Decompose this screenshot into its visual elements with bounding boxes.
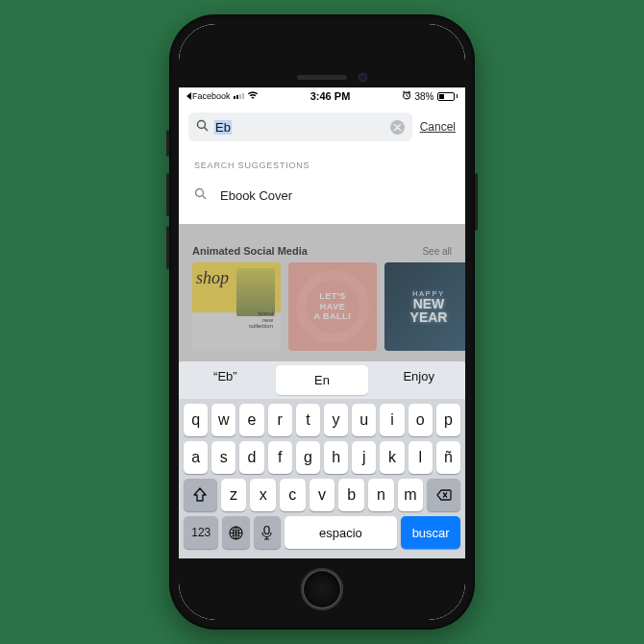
key-enye[interactable]: ñ [436, 441, 460, 474]
key-globe[interactable] [222, 516, 249, 549]
home-button[interactable] [301, 568, 343, 610]
svg-line-2 [205, 128, 209, 132]
svg-point-3 [196, 189, 204, 197]
key-m[interactable]: m [398, 479, 424, 511]
category-title: Animated Social Media [192, 245, 308, 257]
key-search[interactable]: buscar [401, 516, 460, 549]
main-stack: Animated Social Media See all shop brand… [179, 147, 465, 558]
phone-frame: Facebook 3:46 PM 38% [169, 14, 475, 630]
key-l[interactable]: l [409, 441, 433, 474]
search-row: Eb Cancel [179, 105, 465, 147]
ios-keyboard: “Eb” En Enjoy q w e r t y u i o p [179, 361, 465, 558]
mute-switch [166, 130, 169, 157]
card-ring [296, 270, 369, 343]
key-a[interactable]: a [184, 441, 208, 474]
key-g[interactable]: g [296, 441, 320, 474]
key-x[interactable]: x [250, 479, 276, 511]
prediction[interactable]: Enjoy [372, 361, 465, 399]
power-button [475, 173, 478, 231]
key-v[interactable]: v [310, 479, 335, 511]
svg-line-4 [203, 196, 207, 200]
key-j[interactable]: j [352, 441, 376, 474]
see-all-link[interactable]: See all [422, 246, 452, 257]
suggestion-label: Ebook Cover [220, 188, 292, 203]
cell-signal-icon [234, 93, 244, 99]
key-h[interactable]: h [324, 441, 348, 474]
screen: Facebook 3:46 PM 38% [179, 24, 465, 620]
search-icon [194, 187, 207, 203]
battery-pct: 38% [414, 91, 433, 102]
key-mic[interactable] [254, 516, 281, 549]
key-b[interactable]: b [338, 479, 364, 511]
speaker [297, 75, 347, 80]
key-t[interactable]: t [296, 404, 320, 436]
battery-icon [437, 92, 458, 101]
suggestions-heading: SEARCH SUGGESTIONS [194, 161, 450, 170]
key-row: q w e r t y u i o p [184, 404, 460, 436]
key-c[interactable]: c [280, 479, 306, 511]
search-value: Eb [214, 120, 232, 135]
card-line: YEAR [410, 310, 448, 325]
card-line: NEW [413, 296, 445, 311]
front-camera [359, 73, 367, 82]
card-text: shop [196, 268, 229, 288]
key-u[interactable]: u [352, 404, 376, 436]
cancel-button[interactable]: Cancel [420, 120, 456, 134]
key-space[interactable]: espacio [285, 516, 398, 549]
alarm-icon [402, 90, 411, 102]
suggestion-item[interactable]: Ebook Cover [194, 184, 450, 214]
device-bezel-bottom [179, 558, 465, 620]
status-time: 3:46 PM [310, 90, 351, 102]
search-icon [196, 119, 209, 135]
clear-icon[interactable] [390, 120, 405, 135]
key-n[interactable]: n [368, 479, 394, 511]
key-row: a s d f g h j k l ñ [184, 441, 460, 474]
card-text: LET'S HAVE A BALL! [313, 291, 351, 322]
template-card[interactable]: HAPPY NEW YEAR [384, 262, 465, 351]
prediction[interactable]: En [276, 365, 369, 395]
back-triangle-icon [186, 92, 191, 100]
key-y[interactable]: y [324, 404, 348, 436]
back-to-app[interactable]: Facebook [186, 91, 231, 101]
app-content: Facebook 3:46 PM 38% [179, 87, 465, 558]
search-suggestions: SEARCH SUGGESTIONS Ebook Cover [179, 147, 465, 224]
key-p[interactable]: p [436, 404, 460, 436]
key-o[interactable]: o [409, 404, 433, 436]
key-backspace[interactable] [427, 479, 460, 511]
search-input[interactable]: Eb [188, 112, 412, 141]
template-card[interactable]: shop brand new collection [192, 262, 281, 351]
key-row: 123 espacio buscar [184, 516, 460, 549]
key-numbers[interactable]: 123 [184, 516, 218, 549]
device-bezel-top [179, 24, 465, 87]
key-q[interactable]: q [184, 404, 208, 436]
svg-rect-7 [264, 526, 269, 533]
volume-up [166, 173, 169, 216]
key-s[interactable]: s [211, 441, 235, 474]
key-f[interactable]: f [268, 441, 292, 474]
key-i[interactable]: i [380, 404, 404, 436]
key-k[interactable]: k [380, 441, 404, 474]
card-small: HAPPY [410, 290, 448, 297]
card-text: HAPPY NEW YEAR [410, 290, 448, 324]
card-caption: brand new collection [249, 310, 273, 330]
wifi-icon [247, 90, 259, 102]
prediction[interactable]: “Eb” [179, 361, 272, 399]
key-shift[interactable] [184, 479, 217, 511]
key-r[interactable]: r [268, 404, 292, 436]
key-e[interactable]: e [239, 404, 263, 436]
prediction-bar: “Eb” En Enjoy [179, 361, 465, 399]
card-image [236, 268, 275, 316]
status-bar: Facebook 3:46 PM 38% [179, 87, 465, 105]
svg-point-1 [198, 121, 206, 129]
key-row: z x c v b n m [184, 479, 460, 511]
template-cards: shop brand new collection LET'S HAVE A B… [179, 262, 465, 351]
key-z[interactable]: z [221, 479, 247, 511]
back-app-label: Facebook [192, 91, 231, 101]
template-card[interactable]: LET'S HAVE A BALL! [288, 262, 377, 351]
volume-down [166, 226, 169, 269]
key-d[interactable]: d [239, 441, 263, 474]
key-w[interactable]: w [211, 404, 235, 436]
